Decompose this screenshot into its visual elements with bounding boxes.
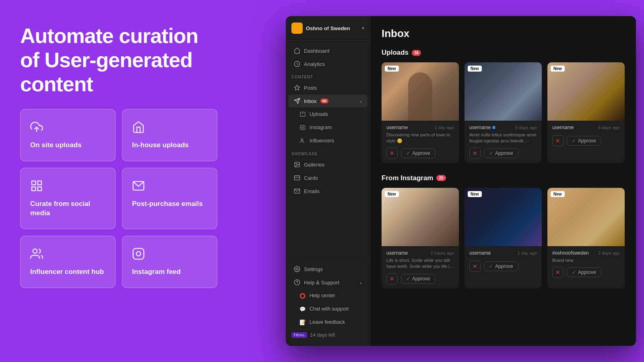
feature-on-site-uploads[interactable]: On site uploads xyxy=(20,109,116,161)
insta-reject-0[interactable]: ✕ xyxy=(386,273,398,284)
insta-desc-2: Brand new xyxy=(552,257,620,263)
insta-new-tag-0: New xyxy=(385,191,399,197)
page-title: Inbox xyxy=(382,27,625,40)
card-time-1: 5 days ago xyxy=(515,125,537,130)
card-actions-0: ✕ ✓Approve xyxy=(386,148,454,159)
feature-curate-social[interactable]: Curate from social media xyxy=(20,168,116,229)
sidebar-bottom: Settings Help & Support ▴ ⭕ Help center … xyxy=(286,259,370,341)
insta-card-image-1: New xyxy=(464,188,542,246)
card-desc-0: Discovering new parts of town in style 😊 xyxy=(386,132,454,144)
chat-support-label: Chat with support xyxy=(310,306,349,312)
approve-button-2[interactable]: ✓Approve xyxy=(567,136,601,146)
feedback-icon: 📝 xyxy=(299,319,306,325)
upload-card-0: New username 1 day ago Discovering new p… xyxy=(382,62,459,163)
card-image-2: New xyxy=(547,62,625,121)
chat-icon: 💬 xyxy=(299,306,306,312)
feature-instagram-feed[interactable]: Instagram feed xyxy=(122,236,217,288)
approve-button-1[interactable]: ✓Approve xyxy=(484,148,518,158)
card-actions-2: ✕ ✓Approve xyxy=(552,135,620,146)
card-desc-1: Amet nulla tellus scelerisque amet feugi… xyxy=(469,132,537,144)
mail-icon xyxy=(132,179,207,194)
home-icon xyxy=(132,121,207,135)
sidebar-item-cards[interactable]: Cards xyxy=(288,171,367,184)
reject-button-0[interactable]: ✕ xyxy=(386,148,398,159)
feature-in-house-label: In-house uploads xyxy=(132,141,207,150)
sidebar-item-emails[interactable]: Emails xyxy=(288,185,367,197)
instagram-count-badge: 20 xyxy=(436,175,446,181)
galleries-icon xyxy=(294,161,300,168)
card-username-2: username xyxy=(552,125,574,130)
svg-rect-3 xyxy=(32,187,35,191)
analytics-label: Analytics xyxy=(304,61,325,67)
inbox-label: Inbox xyxy=(304,98,317,104)
insta-time-0: 2 hours ago xyxy=(431,251,454,255)
approve-button-0[interactable]: ✓Approve xyxy=(401,148,436,158)
svg-point-15 xyxy=(302,127,304,129)
card-info-0: username 1 day ago Discovering new parts… xyxy=(382,121,459,163)
uploads-section-title: Uploads 36 xyxy=(382,49,625,57)
analytics-icon xyxy=(294,61,300,67)
sidebar-item-uploads[interactable]: Uploads xyxy=(288,108,367,121)
inbox-badge: 66 xyxy=(320,99,328,103)
settings-label: Settings xyxy=(304,266,323,272)
sidebar-item-instagram[interactable]: Instagram xyxy=(288,121,367,134)
sidebar-item-settings[interactable]: Settings xyxy=(288,263,367,276)
instagram-grid: New username 2 hours ago Life is short. … xyxy=(382,188,625,288)
sidebar-item-help-center[interactable]: ⭕ Help center xyxy=(288,289,367,302)
posts-icon xyxy=(294,84,300,91)
svg-point-18 xyxy=(296,163,297,164)
feature-influencer-hub[interactable]: Influencer content hub xyxy=(20,236,116,288)
insta-approve-0[interactable]: ✓Approve xyxy=(401,274,436,284)
posts-label: Posts xyxy=(304,85,317,91)
insta-new-tag-2: New xyxy=(551,191,565,197)
instagram-section-title: From Instagram 20 xyxy=(382,174,625,182)
feedback-label: Leave feedback xyxy=(310,319,345,325)
sidebar-item-dashboard[interactable]: Dashboard xyxy=(288,44,367,57)
new-tag-0: New xyxy=(385,66,399,72)
sidebar-header[interactable]: Oshno of Sweden ▾ xyxy=(286,16,370,41)
insta-card-info-1: username 1 day ago ✕ ✓Approve xyxy=(464,246,542,276)
sidebar: Oshno of Sweden ▾ Dashboard Analytics xyxy=(286,16,370,346)
sidebar-item-analytics[interactable]: Analytics xyxy=(288,58,367,70)
help-center-icon: ⭕ xyxy=(299,292,306,299)
sidebar-item-galleries[interactable]: Galleries xyxy=(288,158,367,171)
svg-rect-14 xyxy=(300,125,305,130)
insta-approve-1[interactable]: ✓Approve xyxy=(484,261,518,271)
svg-point-23 xyxy=(294,280,299,285)
sidebar-item-inbox[interactable]: Inbox 66 ▴ xyxy=(288,95,367,107)
insta-user-row-2: #oshnoofsweden 2 days ago xyxy=(552,250,620,256)
brand-logo xyxy=(291,23,303,34)
instagram-sub-icon xyxy=(299,124,306,131)
feature-curate-label: Curate from social media xyxy=(30,200,105,217)
settings-icon xyxy=(294,266,300,272)
feature-post-purchase[interactable]: Post-purchase emails xyxy=(122,168,217,229)
insta-new-tag-1: New xyxy=(468,191,482,197)
insta-approve-2[interactable]: ✓Approve xyxy=(567,267,601,277)
reject-button-1[interactable]: ✕ xyxy=(469,148,481,159)
upload-card-1: New username 5 days ago Amet nulla tellu… xyxy=(464,62,542,163)
card-image-1: New xyxy=(464,62,542,121)
card-time-2: 6 days ago xyxy=(598,125,620,130)
sidebar-item-chat-support[interactable]: 💬 Chat with support xyxy=(288,302,367,315)
svg-point-6 xyxy=(33,249,37,253)
sidebar-item-influencers[interactable]: Influencers xyxy=(288,134,367,147)
uploads-sub-label: Uploads xyxy=(310,111,328,117)
insta-reject-1[interactable]: ✕ xyxy=(469,261,481,272)
card-time-0: 1 day ago xyxy=(435,125,454,130)
right-panel: Oshno of Sweden ▾ Dashboard Analytics xyxy=(237,0,644,362)
sidebar-item-help[interactable]: Help & Support ▴ xyxy=(288,276,367,289)
sidebar-item-posts[interactable]: Posts xyxy=(288,81,367,94)
card-actions-1: ✕ ✓Approve xyxy=(469,148,537,159)
help-chevron-icon: ▴ xyxy=(360,280,362,285)
feature-in-house-uploads[interactable]: In-house uploads xyxy=(122,109,217,161)
insta-card-image-0: New xyxy=(382,188,459,246)
uploads-count-badge: 36 xyxy=(412,50,421,56)
verified-dot-1 xyxy=(492,126,495,129)
new-tag-2: New xyxy=(551,66,565,72)
card-user-row-0: username 1 day ago xyxy=(386,125,454,130)
instagram-card-0: New username 2 hours ago Life is short. … xyxy=(382,188,459,288)
sidebar-item-feedback[interactable]: 📝 Leave feedback xyxy=(288,316,367,329)
insta-reject-2[interactable]: ✕ xyxy=(552,267,564,278)
reject-button-2[interactable]: ✕ xyxy=(552,135,564,146)
svg-rect-19 xyxy=(294,176,299,180)
